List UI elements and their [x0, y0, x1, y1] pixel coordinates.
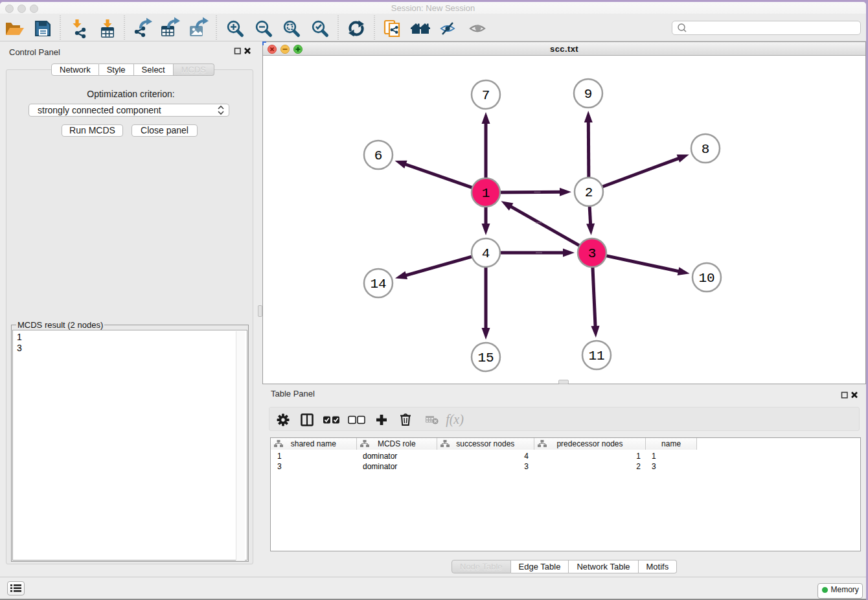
- svg-text:2: 2: [585, 185, 593, 200]
- svg-text:7: 7: [482, 88, 490, 103]
- svg-text:f(x): f(x): [446, 412, 464, 427]
- svg-text:10: 10: [698, 271, 714, 286]
- svg-text:9: 9: [584, 87, 593, 102]
- svg-text:1: 1: [482, 186, 490, 201]
- svg-text:15: 15: [477, 351, 494, 365]
- svg-text:4: 4: [482, 246, 490, 261]
- svg-text:6: 6: [374, 148, 383, 163]
- svg-text:14: 14: [370, 277, 386, 292]
- svg-text:3: 3: [588, 246, 597, 261]
- svg-text:11: 11: [588, 349, 604, 363]
- svg-text:8: 8: [702, 142, 710, 157]
